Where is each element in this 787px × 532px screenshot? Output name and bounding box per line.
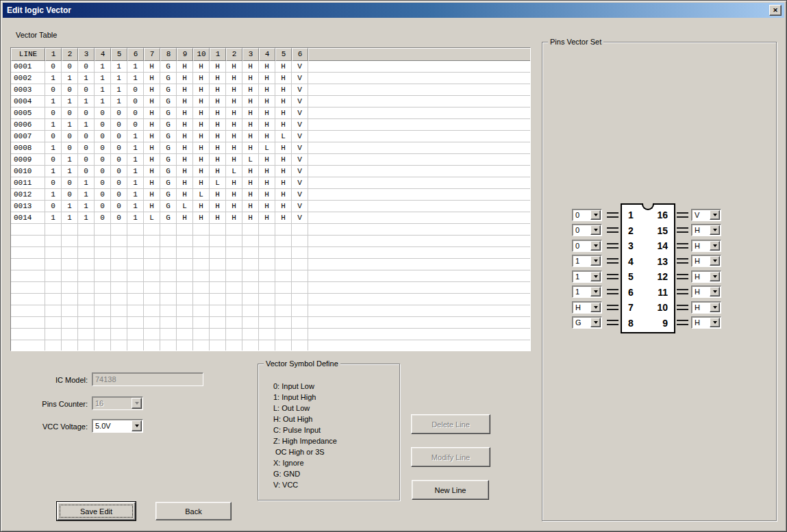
titlebar[interactable]: Edit logic Vector ✕ bbox=[3, 3, 784, 18]
vector-cell: 0 bbox=[95, 119, 111, 131]
pin-11-combo[interactable]: H bbox=[691, 286, 721, 298]
vector-table[interactable]: LINE12345678910123456 0001000111HGHHHHHH… bbox=[10, 47, 531, 351]
pin-10-combo[interactable]: H bbox=[691, 301, 721, 314]
new-line-button[interactable]: New Line bbox=[412, 480, 489, 500]
table-row[interactable]: 0012101001HGHLHHHHHV bbox=[11, 189, 530, 201]
table-row[interactable]: 0004111110HGHHHHHHHV bbox=[11, 96, 530, 107]
vector-cell: H bbox=[193, 177, 210, 189]
vector-cell: H bbox=[177, 96, 193, 107]
pin-8-combo[interactable]: G bbox=[572, 316, 602, 329]
pins-counter-combo[interactable]: 16 bbox=[92, 396, 143, 410]
table-row[interactable]: 0014111001LGHHHHHHHV bbox=[11, 212, 530, 224]
vector-cell: 0 bbox=[62, 142, 78, 154]
vector-cell: 0 bbox=[127, 96, 144, 107]
row-filler bbox=[308, 236, 530, 247]
pin-16-combo[interactable]: V bbox=[691, 209, 721, 221]
row-filler bbox=[308, 340, 530, 351]
pin-12-combo[interactable]: H bbox=[691, 270, 721, 283]
pin-lead bbox=[677, 227, 688, 233]
pin-9-combo[interactable]: H bbox=[691, 316, 721, 329]
table-row[interactable]: 0011001001HGHHLHHHHV bbox=[11, 177, 530, 189]
combo-arrow-button[interactable] bbox=[590, 241, 601, 251]
pin-6-combo[interactable]: 1 bbox=[572, 286, 602, 298]
table-row[interactable]: 0009010001HGHHHHLHHV bbox=[11, 154, 530, 166]
table-row[interactable]: 0008100001HGHHHHHLHV bbox=[11, 142, 530, 154]
vector-cell: 1 bbox=[45, 189, 62, 201]
combo-arrow-button[interactable] bbox=[132, 420, 142, 431]
combo-arrow-button[interactable] bbox=[590, 318, 601, 327]
vector-cell: 0 bbox=[95, 107, 111, 119]
pins-vector-set-label: Pins Vector Set bbox=[548, 38, 603, 46]
pin-14-combo[interactable]: H bbox=[691, 240, 721, 252]
row-filler bbox=[308, 201, 530, 212]
combo-arrow-button[interactable] bbox=[590, 272, 601, 281]
combo-arrow-button[interactable] bbox=[590, 210, 601, 220]
ic-model-field[interactable]: 74138 bbox=[92, 372, 203, 386]
vector-cell: H bbox=[210, 61, 226, 73]
table-row[interactable]: 0010110001HGHHHLHHHV bbox=[11, 166, 530, 177]
pin-3-combo[interactable]: 0 bbox=[572, 240, 602, 252]
table-row[interactable]: 0003000110HGHHHHHHHV bbox=[11, 84, 530, 96]
vector-cell bbox=[144, 259, 160, 270]
vector-cell bbox=[210, 294, 226, 305]
combo-arrow-button[interactable] bbox=[710, 210, 720, 220]
combo-arrow-button[interactable] bbox=[590, 303, 601, 312]
table-row[interactable]: 0013011001HGLHHHHHHV bbox=[11, 201, 530, 212]
combo-arrow-button[interactable] bbox=[590, 256, 601, 266]
save-edit-button[interactable]: Save Edit bbox=[57, 502, 136, 520]
combo-arrow-button[interactable] bbox=[710, 256, 720, 266]
pin-13-combo[interactable]: H bbox=[691, 255, 721, 267]
vector-cell: L bbox=[242, 154, 259, 166]
pin-5-combo[interactable]: 1 bbox=[572, 270, 602, 283]
combo-arrow-button[interactable] bbox=[590, 287, 601, 296]
row-filler bbox=[308, 131, 530, 142]
vector-cell bbox=[111, 247, 127, 259]
pin-7-combo[interactable]: H bbox=[572, 301, 602, 314]
vector-cell: H bbox=[275, 73, 292, 84]
combo-arrow-button[interactable] bbox=[710, 225, 720, 235]
vector-cell bbox=[78, 340, 95, 351]
vcc-voltage-combo[interactable]: 5.0V bbox=[92, 419, 143, 433]
vector-cell: H bbox=[259, 61, 275, 73]
pin-1-combo[interactable]: 0 bbox=[572, 209, 602, 221]
row-filler bbox=[308, 142, 530, 154]
combo-arrow-button[interactable] bbox=[710, 318, 720, 327]
column-header: 3 bbox=[242, 48, 259, 61]
vector-cell: H bbox=[193, 84, 210, 96]
combo-arrow-button[interactable] bbox=[710, 241, 720, 251]
table-row[interactable]: 0007000001HGHHHHHHLV bbox=[11, 131, 530, 142]
pin-15-combo[interactable]: H bbox=[691, 224, 721, 236]
vector-cell: H bbox=[193, 201, 210, 212]
back-button[interactable]: Back bbox=[155, 502, 232, 520]
pin-9-combo-value: H bbox=[695, 318, 700, 328]
modify-line-button[interactable]: Modify Line bbox=[411, 447, 490, 467]
table-row[interactable]: 0005000000HGHHHHHHHV bbox=[11, 107, 530, 119]
vector-cell bbox=[193, 305, 210, 317]
delete-line-button[interactable]: Delete Line bbox=[411, 414, 490, 434]
close-button[interactable]: ✕ bbox=[769, 5, 782, 16]
vector-cell bbox=[45, 236, 62, 247]
combo-arrow-button[interactable] bbox=[590, 225, 601, 235]
vector-cell: H bbox=[210, 154, 226, 166]
vector-cell bbox=[160, 282, 177, 294]
combo-arrow-button[interactable] bbox=[710, 272, 720, 281]
pin-4-combo[interactable]: 1 bbox=[572, 255, 602, 267]
vector-cell: 0 bbox=[127, 107, 144, 119]
combo-arrow-button[interactable] bbox=[132, 398, 142, 409]
table-row[interactable]: 0001000111HGHHHHHHHV bbox=[11, 61, 530, 73]
vector-cell bbox=[127, 270, 144, 282]
combo-arrow-button[interactable] bbox=[710, 287, 720, 296]
table-row[interactable]: 0002111111HGHHHHHHHV bbox=[11, 73, 530, 84]
table-row[interactable]: 0006111000HGHHHHHHHV bbox=[11, 119, 530, 131]
vector-cell bbox=[226, 329, 242, 340]
vector-cell bbox=[275, 340, 292, 351]
pin-2-combo[interactable]: 0 bbox=[572, 224, 602, 236]
row-filler bbox=[308, 166, 530, 177]
vector-cell bbox=[177, 329, 193, 340]
vector-cell: 0 bbox=[95, 201, 111, 212]
vector-cell: 0 bbox=[95, 166, 111, 177]
vector-cell bbox=[210, 329, 226, 340]
vector-symbol-define-label: Vector Symbol Define bbox=[264, 359, 340, 368]
combo-arrow-button[interactable] bbox=[710, 303, 720, 312]
vector-cell bbox=[62, 282, 78, 294]
